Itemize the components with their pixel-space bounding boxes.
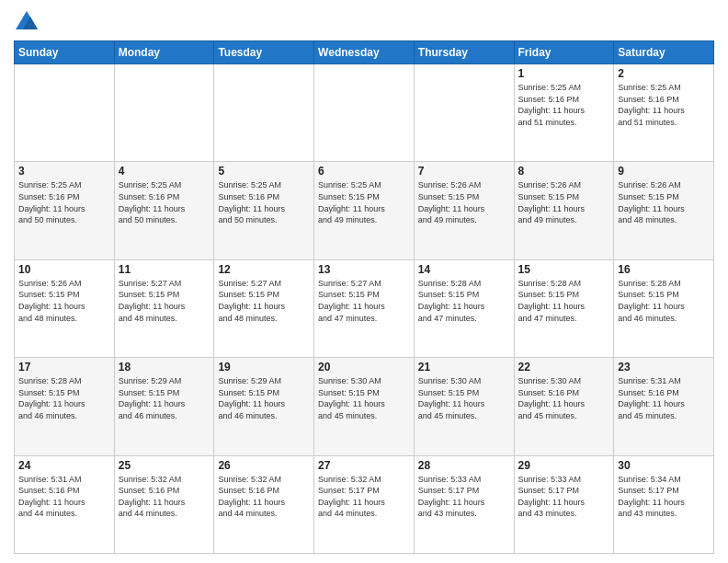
day-info: Sunrise: 5:31 AMSunset: 5:16 PMDaylight:… (18, 474, 110, 520)
day-cell-26: 26Sunrise: 5:32 AMSunset: 5:16 PMDayligh… (214, 455, 314, 553)
day-cell-28: 28Sunrise: 5:33 AMSunset: 5:17 PMDayligh… (414, 455, 514, 553)
day-info: Sunrise: 5:29 AMSunset: 5:15 PMDaylight:… (218, 375, 310, 421)
day-info: Sunrise: 5:26 AMSunset: 5:15 PMDaylight:… (418, 179, 510, 225)
day-info: Sunrise: 5:33 AMSunset: 5:17 PMDaylight:… (418, 474, 510, 520)
day-number: 14 (418, 263, 510, 276)
day-header-tuesday: Tuesday (214, 41, 314, 64)
day-info: Sunrise: 5:25 AMSunset: 5:16 PMDaylight:… (218, 179, 310, 225)
day-info: Sunrise: 5:32 AMSunset: 5:16 PMDaylight:… (218, 474, 310, 520)
week-row-0: 1Sunrise: 5:25 AMSunset: 5:16 PMDaylight… (15, 64, 714, 162)
day-info: Sunrise: 5:34 AMSunset: 5:17 PMDaylight:… (618, 474, 710, 520)
day-cell-21: 21Sunrise: 5:30 AMSunset: 5:15 PMDayligh… (414, 358, 514, 455)
day-cell-20: 20Sunrise: 5:30 AMSunset: 5:15 PMDayligh… (314, 358, 415, 455)
day-number: 25 (119, 459, 210, 472)
calendar-body: 1Sunrise: 5:25 AMSunset: 5:16 PMDaylight… (15, 64, 714, 554)
day-info: Sunrise: 5:25 AMSunset: 5:16 PMDaylight:… (518, 82, 610, 128)
day-header-saturday: Saturday (614, 41, 714, 64)
day-info: Sunrise: 5:28 AMSunset: 5:15 PMDaylight:… (18, 375, 110, 421)
logo (14, 9, 43, 35)
day-number: 23 (618, 361, 710, 373)
day-info: Sunrise: 5:25 AMSunset: 5:15 PMDaylight:… (318, 179, 410, 225)
day-cell-29: 29Sunrise: 5:33 AMSunset: 5:17 PMDayligh… (514, 455, 614, 553)
day-cell-18: 18Sunrise: 5:29 AMSunset: 5:15 PMDayligh… (114, 358, 214, 455)
day-info: Sunrise: 5:26 AMSunset: 5:15 PMDaylight:… (618, 179, 710, 225)
day-cell-19: 19Sunrise: 5:29 AMSunset: 5:15 PMDayligh… (214, 358, 314, 455)
day-info: Sunrise: 5:28 AMSunset: 5:15 PMDaylight:… (418, 278, 510, 324)
day-info: Sunrise: 5:25 AMSunset: 5:16 PMDaylight:… (618, 82, 710, 128)
day-info: Sunrise: 5:29 AMSunset: 5:15 PMDaylight:… (119, 375, 210, 421)
day-number: 15 (518, 263, 610, 276)
day-number: 29 (518, 459, 610, 472)
week-row-3: 17Sunrise: 5:28 AMSunset: 5:15 PMDayligh… (15, 358, 714, 455)
week-row-2: 10Sunrise: 5:26 AMSunset: 5:15 PMDayligh… (15, 259, 714, 357)
day-number: 10 (18, 263, 110, 276)
day-cell-15: 15Sunrise: 5:28 AMSunset: 5:15 PMDayligh… (514, 259, 614, 357)
calendar-header: SundayMondayTuesdayWednesdayThursdayFrid… (15, 41, 714, 64)
day-info: Sunrise: 5:32 AMSunset: 5:17 PMDaylight:… (318, 474, 410, 520)
day-number: 2 (618, 67, 710, 80)
day-cell-16: 16Sunrise: 5:28 AMSunset: 5:15 PMDayligh… (614, 259, 714, 357)
day-cell-1: 1Sunrise: 5:25 AMSunset: 5:16 PMDaylight… (514, 64, 614, 162)
day-number: 27 (318, 459, 410, 472)
day-number: 20 (318, 361, 410, 373)
day-number: 7 (418, 165, 510, 178)
day-cell-10: 10Sunrise: 5:26 AMSunset: 5:15 PMDayligh… (15, 259, 115, 357)
day-header-wednesday: Wednesday (314, 41, 415, 64)
day-cell-4: 4Sunrise: 5:25 AMSunset: 5:16 PMDaylight… (114, 162, 214, 259)
day-info: Sunrise: 5:30 AMSunset: 5:15 PMDaylight:… (318, 375, 410, 421)
day-cell-27: 27Sunrise: 5:32 AMSunset: 5:17 PMDayligh… (314, 455, 415, 553)
empty-cell (214, 64, 314, 162)
day-number: 30 (618, 459, 710, 472)
day-info: Sunrise: 5:25 AMSunset: 5:16 PMDaylight:… (119, 179, 210, 225)
day-cell-17: 17Sunrise: 5:28 AMSunset: 5:15 PMDayligh… (15, 358, 115, 455)
day-cell-5: 5Sunrise: 5:25 AMSunset: 5:16 PMDaylight… (214, 162, 314, 259)
day-number: 13 (318, 263, 410, 276)
day-info: Sunrise: 5:25 AMSunset: 5:16 PMDaylight:… (18, 179, 110, 225)
day-number: 5 (218, 165, 310, 178)
day-cell-9: 9Sunrise: 5:26 AMSunset: 5:15 PMDaylight… (614, 162, 714, 259)
day-number: 1 (518, 67, 610, 80)
day-number: 22 (518, 361, 610, 373)
day-number: 21 (418, 361, 510, 373)
day-cell-6: 6Sunrise: 5:25 AMSunset: 5:15 PMDaylight… (314, 162, 415, 259)
day-cell-13: 13Sunrise: 5:27 AMSunset: 5:15 PMDayligh… (314, 259, 415, 357)
day-info: Sunrise: 5:30 AMSunset: 5:15 PMDaylight:… (418, 375, 510, 421)
day-number: 11 (119, 263, 210, 276)
day-info: Sunrise: 5:28 AMSunset: 5:15 PMDaylight:… (618, 278, 710, 324)
empty-cell (314, 64, 415, 162)
day-cell-22: 22Sunrise: 5:30 AMSunset: 5:16 PMDayligh… (514, 358, 614, 455)
logo-icon (14, 9, 40, 35)
week-row-1: 3Sunrise: 5:25 AMSunset: 5:16 PMDaylight… (15, 162, 714, 259)
day-info: Sunrise: 5:27 AMSunset: 5:15 PMDaylight:… (318, 278, 410, 324)
day-number: 24 (18, 459, 110, 472)
empty-cell (114, 64, 214, 162)
day-info: Sunrise: 5:31 AMSunset: 5:16 PMDaylight:… (618, 375, 710, 421)
day-header-monday: Monday (114, 41, 214, 64)
day-number: 28 (418, 459, 510, 472)
day-header-thursday: Thursday (414, 41, 514, 64)
day-cell-11: 11Sunrise: 5:27 AMSunset: 5:15 PMDayligh… (114, 259, 214, 357)
day-number: 9 (618, 165, 710, 178)
day-cell-3: 3Sunrise: 5:25 AMSunset: 5:16 PMDaylight… (15, 162, 115, 259)
day-info: Sunrise: 5:27 AMSunset: 5:15 PMDaylight:… (218, 278, 310, 324)
day-header-sunday: Sunday (15, 41, 115, 64)
day-number: 12 (218, 263, 310, 276)
day-number: 17 (18, 361, 110, 373)
day-cell-25: 25Sunrise: 5:32 AMSunset: 5:16 PMDayligh… (114, 455, 214, 553)
day-cell-30: 30Sunrise: 5:34 AMSunset: 5:17 PMDayligh… (614, 455, 714, 553)
day-number: 19 (218, 361, 310, 373)
empty-cell (414, 64, 514, 162)
header (14, 9, 714, 35)
day-info: Sunrise: 5:26 AMSunset: 5:15 PMDaylight:… (18, 278, 110, 324)
empty-cell (15, 64, 115, 162)
day-info: Sunrise: 5:26 AMSunset: 5:15 PMDaylight:… (518, 179, 610, 225)
day-cell-24: 24Sunrise: 5:31 AMSunset: 5:16 PMDayligh… (15, 455, 115, 553)
day-info: Sunrise: 5:33 AMSunset: 5:17 PMDaylight:… (518, 474, 610, 520)
day-number: 16 (618, 263, 710, 276)
day-cell-2: 2Sunrise: 5:25 AMSunset: 5:16 PMDaylight… (614, 64, 714, 162)
day-info: Sunrise: 5:27 AMSunset: 5:15 PMDaylight:… (119, 278, 210, 324)
day-cell-7: 7Sunrise: 5:26 AMSunset: 5:15 PMDaylight… (414, 162, 514, 259)
week-row-4: 24Sunrise: 5:31 AMSunset: 5:16 PMDayligh… (15, 455, 714, 553)
header-row: SundayMondayTuesdayWednesdayThursdayFrid… (15, 41, 714, 64)
day-info: Sunrise: 5:30 AMSunset: 5:16 PMDaylight:… (518, 375, 610, 421)
